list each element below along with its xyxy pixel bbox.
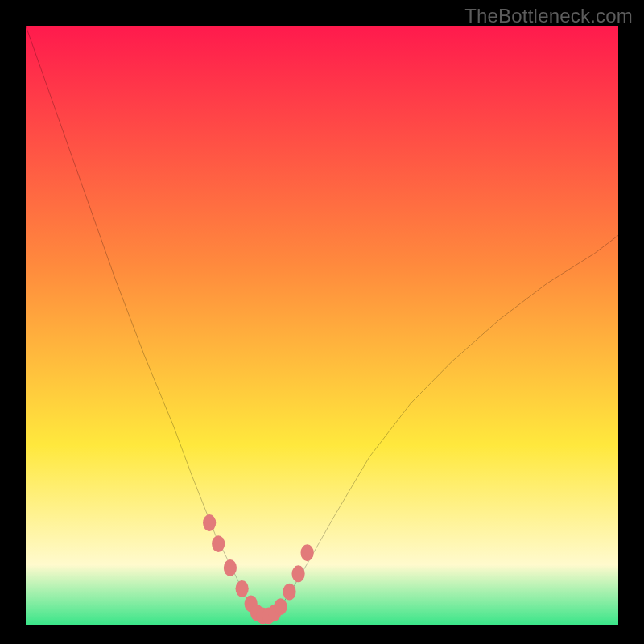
chart-frame: TheBottleneck.com bbox=[0, 0, 644, 644]
highlight-dot bbox=[274, 598, 287, 615]
bottleneck-chart bbox=[26, 26, 618, 625]
highlight-dot bbox=[224, 559, 237, 576]
highlight-dot bbox=[203, 514, 216, 531]
highlight-dot bbox=[283, 584, 295, 601]
highlight-dot bbox=[301, 544, 314, 561]
gradient-background bbox=[26, 26, 618, 625]
highlight-dot bbox=[236, 580, 249, 597]
highlight-dot bbox=[291, 565, 304, 582]
watermark-text: TheBottleneck.com bbox=[464, 5, 633, 27]
highlight-dot bbox=[212, 535, 225, 552]
